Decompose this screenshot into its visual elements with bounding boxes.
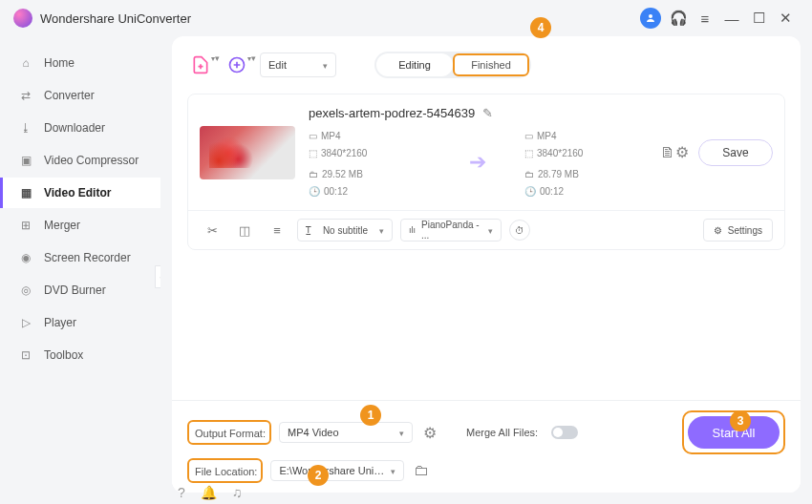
caret-down-icon <box>379 225 384 236</box>
caret-down-icon <box>399 427 404 438</box>
app-title: Wondershare UniConverter <box>40 11 191 26</box>
source-meta: ▭MP4 ⬚3840*2160 🗀29.52 MB 🕒00:12 <box>309 126 431 199</box>
menu-icon[interactable]: ≡ <box>692 5 718 32</box>
output-settings-icon[interactable]: ⚙ <box>420 424 439 442</box>
callout-badge-2: 2 <box>308 465 329 486</box>
sidebar-item-label: DVD Burner <box>44 284 106 297</box>
speed-icon[interactable]: ⏱ <box>509 220 530 241</box>
file-location-label-box: File Location: <box>187 458 263 483</box>
video-thumbnail[interactable] <box>200 126 295 179</box>
main-panel: ▾ ▾ Edit Editing Finished pexels-artem-p… <box>160 36 812 504</box>
output-format-label: Output Format: <box>195 428 266 439</box>
sidebar-item-downloader[interactable]: ⭳Downloader <box>0 113 160 143</box>
sidebar-item-converter[interactable]: ⇄Converter <box>0 80 160 111</box>
home-icon: ⌂ <box>17 56 34 70</box>
compressor-icon: ▣ <box>17 154 34 167</box>
file-location-dropdown[interactable]: E:\Wondershare UniConverter <box>270 460 404 481</box>
resolution-icon: ⬚ <box>309 148 317 158</box>
caret-down-icon: ▾ <box>247 53 256 63</box>
file-name: pexels-artem-podrez-5454639 <box>309 106 475 120</box>
file-name-row: pexels-artem-podrez-5454639 ✎ <box>309 106 647 120</box>
callout-badge-1: 1 <box>360 405 381 426</box>
subtitle-icon: T̲ <box>306 225 311 235</box>
player-icon: ▷ <box>17 316 34 329</box>
sidebar-item-home[interactable]: ⌂Home <box>0 48 160 78</box>
edit-filename-icon[interactable]: ✎ <box>482 106 493 120</box>
caret-down-icon <box>391 465 395 476</box>
window-maximize-button[interactable]: ☐ <box>745 5 772 32</box>
sidebar-item-toolbox[interactable]: ⊡Toolbox <box>0 340 160 370</box>
subtitle-dropdown[interactable]: T̲No subtitle <box>297 219 393 242</box>
save-button[interactable]: Save <box>698 139 773 166</box>
toolbar: ▾ ▾ Edit Editing Finished <box>172 36 801 94</box>
svg-point-0 <box>649 14 652 18</box>
sidebar-item-label: Converter <box>44 89 95 102</box>
more-icon[interactable]: ≡ <box>265 220 289 241</box>
format-icon: ▭ <box>524 131 533 141</box>
window-minimize-button[interactable]: — <box>718 5 745 32</box>
sidebar-item-compressor[interactable]: ▣Video Compressor <box>0 145 160 176</box>
target-meta: ▭MP4 ⬚3840*2160 🗀28.79 MB 🕒00:12 <box>524 126 647 199</box>
audio-icon: ılı <box>409 225 416 235</box>
file-settings-button[interactable]: ⚙Settings <box>703 219 773 242</box>
browse-folder-icon[interactable]: 🗀 <box>412 462 431 479</box>
merge-toggle[interactable] <box>551 426 578 439</box>
sidebar-item-player[interactable]: ▷Player <box>0 307 160 338</box>
notify-icon[interactable]: 🔔 <box>201 485 217 500</box>
sidebar: ⌂Home ⇄Converter ⭳Downloader ▣Video Comp… <box>0 36 160 504</box>
toolbox-icon: ⊡ <box>17 348 34 362</box>
file-settings-icon[interactable]: 🗎⚙ <box>660 143 689 161</box>
headset-icon[interactable]: 🎧 <box>665 5 692 32</box>
recorder-icon: ◉ <box>17 251 34 264</box>
arrow-right-icon: ➔ <box>469 150 486 175</box>
sidebar-item-label: Merger <box>44 219 80 232</box>
duration-icon: 🕒 <box>309 186 320 197</box>
format-icon: ▭ <box>309 131 317 141</box>
tab-editing[interactable]: Editing <box>376 53 453 76</box>
resolution-icon: ⬚ <box>524 148 533 158</box>
editor-icon: ▦ <box>17 186 34 200</box>
caret-down-icon <box>488 225 493 236</box>
status-bar: ? 🔔 ♫ <box>178 485 242 500</box>
audio-dropdown[interactable]: ılıPianoPanda - ... <box>400 219 502 242</box>
duration-icon: 🕒 <box>524 186 536 197</box>
sidebar-item-screen-recorder[interactable]: ◉Screen Recorder <box>0 242 160 273</box>
crop-icon[interactable]: ◫ <box>232 220 257 241</box>
window-close-button[interactable]: ✕ <box>772 5 799 32</box>
converter-icon: ⇄ <box>17 89 34 102</box>
app-logo-icon <box>13 9 32 28</box>
titlebar: Wondershare UniConverter 🎧 ≡ — ☐ ✕ <box>0 0 812 36</box>
tab-finished[interactable]: Finished <box>453 53 529 76</box>
dvd-icon: ◎ <box>17 284 34 297</box>
sidebar-item-label: Video Editor <box>44 186 111 200</box>
sidebar-item-label: Screen Recorder <box>44 251 131 264</box>
add-media-button[interactable]: ▾ <box>224 52 250 78</box>
help-icon[interactable]: ? <box>178 485 185 500</box>
cut-icon[interactable]: ✂ <box>200 220 224 241</box>
status-tabs: Editing Finished <box>374 52 531 78</box>
callout-badge-3: 3 <box>730 410 751 431</box>
add-file-button[interactable]: ▾ <box>187 52 214 78</box>
merger-icon: ⊞ <box>17 219 34 232</box>
sidebar-item-label: Video Compressor <box>44 154 139 167</box>
sidebar-item-video-editor[interactable]: ▦Video Editor <box>0 178 160 208</box>
size-icon: 🗀 <box>524 169 534 179</box>
sound-icon[interactable]: ♫ <box>232 485 243 500</box>
sidebar-item-merger[interactable]: ⊞Merger <box>0 210 160 241</box>
output-format-dropdown[interactable]: MP4 Video <box>279 422 413 443</box>
size-icon: 🗀 <box>309 169 318 179</box>
downloader-icon: ⭳ <box>17 121 34 135</box>
bottom-bar: Output Format: MP4 Video ⚙ Merge All Fil… <box>172 400 801 493</box>
sidebar-item-label: Toolbox <box>44 348 83 362</box>
caret-down-icon <box>323 59 328 71</box>
output-format-label-box: Output Format: <box>187 420 271 445</box>
edit-dropdown-label: Edit <box>268 59 287 71</box>
user-avatar-icon[interactable] <box>640 8 661 29</box>
sidebar-item-dvd-burner[interactable]: ◎DVD Burner <box>0 275 160 305</box>
sidebar-item-label: Downloader <box>44 121 105 135</box>
edit-dropdown[interactable]: Edit <box>260 52 336 77</box>
sidebar-item-label: Player <box>44 316 76 329</box>
caret-down-icon: ▾ <box>211 53 220 63</box>
file-card: pexels-artem-podrez-5454639 ✎ ▭MP4 ⬚3840… <box>187 94 785 250</box>
gear-icon: ⚙ <box>714 225 722 236</box>
